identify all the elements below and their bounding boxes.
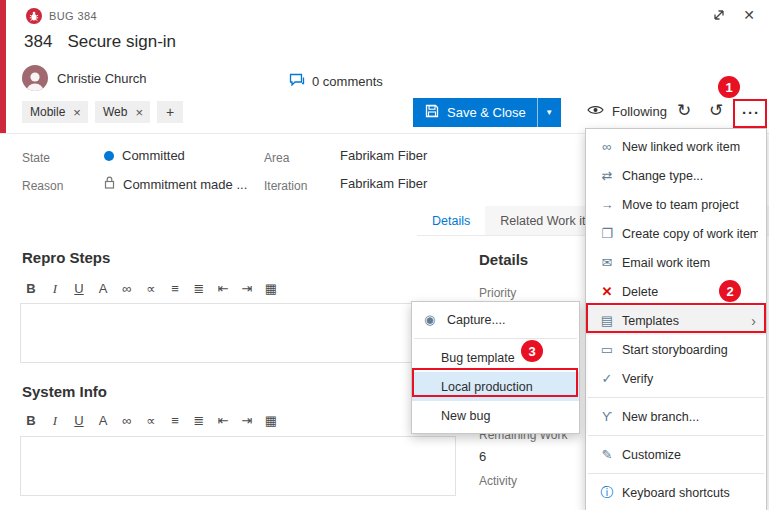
state-label: State bbox=[22, 151, 50, 165]
indent-icon[interactable]: ⇥ bbox=[236, 410, 258, 431]
reason-field[interactable]: Commitment made ... bbox=[104, 176, 247, 192]
menu-item-label: Start storyboarding bbox=[619, 343, 758, 357]
italic-icon[interactable]: I bbox=[44, 410, 66, 431]
clear-format-icon[interactable]: A bbox=[92, 278, 114, 299]
system-info-editor-area[interactable] bbox=[20, 436, 456, 496]
menu-item-customize[interactable]: ✎ Customize bbox=[586, 440, 766, 469]
indent-icon[interactable]: ⇥ bbox=[236, 278, 258, 299]
branch-icon: ϒ bbox=[595, 409, 619, 424]
menu-item-move-to-team-project[interactable]: → Move to team project bbox=[586, 190, 766, 219]
bulleted-list-icon[interactable]: ≡ bbox=[164, 278, 186, 299]
menu-item-delete[interactable]: ✕ Delete bbox=[586, 277, 766, 306]
numbered-list-icon[interactable]: ≣ bbox=[188, 410, 210, 431]
bulleted-list-icon[interactable]: ≡ bbox=[164, 410, 186, 431]
refresh-icon[interactable]: ↻ bbox=[677, 102, 691, 119]
repro-steps-editor-area[interactable] bbox=[20, 303, 456, 363]
bug-icon bbox=[26, 8, 42, 24]
menu-separator bbox=[588, 473, 764, 474]
close-icon[interactable]: ✕ bbox=[743, 8, 755, 22]
email-icon: ✉ bbox=[595, 255, 619, 270]
storyboard-icon: ▭ bbox=[595, 342, 619, 357]
verify-icon: ✓ bbox=[595, 371, 619, 386]
submenu-item-new-bug[interactable]: New bug bbox=[412, 401, 579, 430]
menu-item-verify[interactable]: ✓ Verify bbox=[586, 364, 766, 393]
more-options-button[interactable]: ··· bbox=[742, 105, 760, 120]
templates-submenu: ◉ Capture.... Bug template Local product… bbox=[411, 301, 580, 434]
move-icon: → bbox=[595, 197, 619, 212]
submenu-item-bug-template[interactable]: Bug template bbox=[412, 343, 579, 372]
comments-button[interactable]: 0 comments bbox=[289, 73, 383, 90]
link-icon: ∞ bbox=[595, 139, 619, 154]
state-field[interactable]: Committed bbox=[104, 148, 185, 163]
system-editor-toolbar: B I U A ∞ ∝ ≡ ≣ ⇤ ⇥ ▦ bbox=[20, 410, 282, 431]
work-item-title-text: Secure sign-in bbox=[67, 32, 176, 52]
assignee-row: Christie Church bbox=[22, 65, 147, 91]
submenu-item-local-production[interactable]: Local production bbox=[412, 372, 579, 401]
tag-mobile: Mobile × bbox=[22, 101, 88, 123]
menu-item-label: Change type... bbox=[619, 169, 758, 183]
menu-item-create-copy[interactable]: ❐ Create copy of work item... bbox=[586, 219, 766, 248]
delete-icon: ✕ bbox=[595, 284, 619, 299]
remove-link-icon[interactable]: ∝ bbox=[140, 410, 162, 431]
underline-icon[interactable]: U bbox=[68, 278, 90, 299]
remaining-work-value[interactable]: 6 bbox=[479, 449, 486, 464]
comments-count: 0 comments bbox=[312, 74, 383, 89]
remove-link-icon[interactable]: ∝ bbox=[140, 278, 162, 299]
tab-details[interactable]: Details bbox=[417, 206, 485, 235]
insert-image-icon[interactable]: ▦ bbox=[260, 410, 282, 431]
following-button[interactable]: Following bbox=[587, 104, 667, 119]
underline-icon[interactable]: U bbox=[68, 410, 90, 431]
menu-item-keyboard-shortcuts[interactable]: ⓘ Keyboard shortcuts bbox=[586, 478, 766, 507]
menu-item-start-storyboarding[interactable]: ▭ Start storyboarding bbox=[586, 335, 766, 364]
expand-icon[interactable] bbox=[712, 8, 726, 22]
menu-item-label: Templates bbox=[619, 314, 751, 328]
menu-item-label: New bug bbox=[438, 409, 579, 423]
tag-label: Mobile bbox=[22, 105, 70, 119]
iteration-field[interactable]: Fabrikam Fiber bbox=[340, 176, 427, 191]
activity-label: Activity bbox=[479, 474, 517, 488]
menu-item-label: New branch... bbox=[619, 410, 758, 424]
tag-web: Web × bbox=[95, 101, 150, 123]
reason-value: Commitment made ... bbox=[123, 177, 247, 192]
menu-item-templates[interactable]: ▤ Templates › bbox=[586, 306, 766, 335]
insert-link-icon[interactable]: ∞ bbox=[116, 278, 138, 299]
reason-label: Reason bbox=[22, 179, 63, 193]
camera-icon: ◉ bbox=[424, 312, 444, 327]
bold-icon[interactable]: B bbox=[20, 410, 42, 431]
save-icon bbox=[425, 104, 439, 121]
menu-item-label: Local production bbox=[438, 380, 579, 394]
menu-item-new-linked-work-item[interactable]: ∞ New linked work item bbox=[586, 132, 766, 161]
outdent-icon[interactable]: ⇤ bbox=[212, 278, 234, 299]
save-close-label: Save & Close bbox=[447, 105, 526, 120]
undo-icon[interactable]: ↺ bbox=[709, 102, 723, 119]
assignee-field[interactable]: Christie Church bbox=[57, 71, 147, 86]
tag-remove-icon[interactable]: × bbox=[70, 105, 88, 120]
outdent-icon[interactable]: ⇤ bbox=[212, 410, 234, 431]
area-field[interactable]: Fabrikam Fiber bbox=[340, 148, 427, 163]
clear-format-icon[interactable]: A bbox=[92, 410, 114, 431]
work-item-form: BUG 384 ✕ 384 Secure sign-in Christie Ch… bbox=[0, 0, 769, 510]
tag-label: Web bbox=[95, 105, 132, 119]
menu-item-change-type[interactable]: ⇄ Change type... bbox=[586, 161, 766, 190]
menu-item-email-work-item[interactable]: ✉ Email work item bbox=[586, 248, 766, 277]
state-dot-icon bbox=[104, 151, 114, 161]
work-item-type-row: BUG 384 bbox=[26, 8, 97, 24]
add-tag-button[interactable]: + bbox=[157, 101, 183, 123]
work-item-title-field[interactable]: 384 Secure sign-in bbox=[24, 32, 176, 52]
submenu-item-capture[interactable]: ◉ Capture.... bbox=[412, 305, 579, 334]
insert-image-icon[interactable]: ▦ bbox=[260, 278, 282, 299]
italic-icon[interactable]: I bbox=[44, 278, 66, 299]
save-options-dropdown[interactable]: ▼ bbox=[537, 98, 561, 127]
window-controls: ✕ bbox=[712, 8, 755, 22]
iteration-label: Iteration bbox=[264, 179, 307, 193]
menu-item-label: Keyboard shortcuts bbox=[619, 486, 758, 500]
menu-separator bbox=[588, 397, 764, 398]
tags-row: Mobile × Web × + bbox=[22, 101, 183, 123]
tag-remove-icon[interactable]: × bbox=[132, 105, 150, 120]
menu-item-new-branch[interactable]: ϒ New branch... bbox=[586, 402, 766, 431]
numbered-list-icon[interactable]: ≣ bbox=[188, 278, 210, 299]
insert-link-icon[interactable]: ∞ bbox=[116, 410, 138, 431]
menu-item-label: Email work item bbox=[619, 256, 758, 270]
save-close-button[interactable]: Save & Close bbox=[413, 98, 537, 127]
bold-icon[interactable]: B bbox=[20, 278, 42, 299]
